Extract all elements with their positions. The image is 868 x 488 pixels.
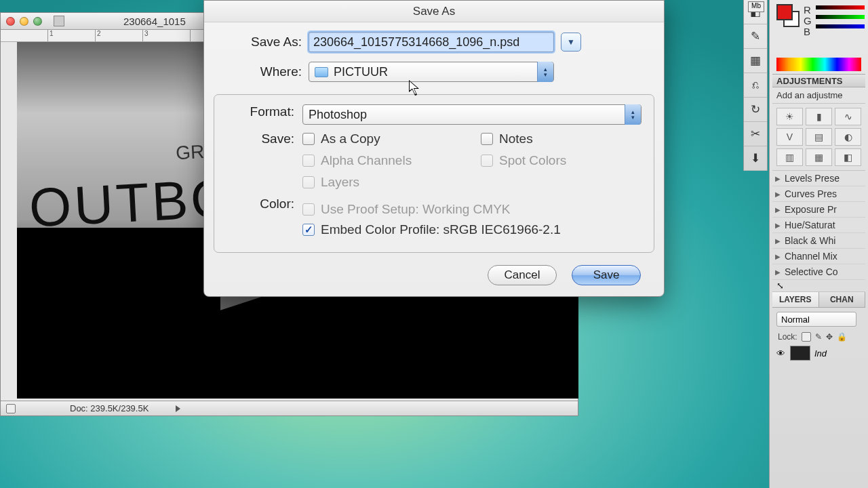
tab-layers[interactable]: LAYERS — [772, 292, 819, 307]
as-a-copy-checkbox[interactable]: As a Copy — [302, 131, 463, 146]
preset-mixer[interactable]: Channel Mix — [772, 249, 865, 264]
status-bar: Doc: 239.5K/239.5K — [1, 401, 578, 415]
options-well: Format: Photoshop Save: As a Copy Notes … — [214, 94, 654, 253]
minimize-icon[interactable] — [20, 17, 28, 26]
preset-curves[interactable]: Curves Pres — [772, 186, 865, 202]
filename-input[interactable] — [309, 32, 554, 52]
adjustment-bw-icon[interactable]: ◐ — [835, 128, 861, 146]
save-label: Save: — [221, 131, 302, 190]
adjustment-invert-icon[interactable]: ◧ — [835, 148, 861, 166]
r-label: R — [804, 4, 812, 15]
color-swatches[interactable] — [776, 4, 800, 27]
adjustment-exposure-icon[interactable]: V — [776, 128, 803, 146]
visibility-icon[interactable]: 👁 — [776, 348, 786, 359]
lock-brush-icon[interactable]: ✎ — [815, 332, 822, 342]
tab-channels[interactable]: CHAN — [819, 292, 866, 307]
format-popup[interactable]: Photoshop — [302, 104, 642, 125]
adjustments-subtitle: Add an adjustme — [772, 87, 865, 104]
foreground-swatch[interactable] — [776, 4, 793, 20]
adjustment-brightness-icon[interactable]: ☀ — [776, 108, 803, 125]
saveas-label: Save As: — [204, 35, 309, 49]
where-popup[interactable]: PICTUUR — [309, 62, 554, 82]
flyout-icon[interactable] — [176, 405, 180, 412]
adjustment-curves-icon[interactable]: ∿ — [835, 108, 861, 125]
history-icon[interactable]: ↻ — [744, 98, 767, 122]
layers-checkbox: Layers — [302, 175, 463, 190]
panel-icon-column: ◧ ✎ ▦ ⎌ ↻ ✂ ⬇ — [743, 0, 768, 171]
adjustments-header: ADJUSTMENTS — [772, 74, 865, 87]
r-slider[interactable] — [816, 5, 865, 9]
zoom-readout-icon[interactable] — [6, 404, 16, 413]
doc-size-readout: Doc: 239.5K/239.5K — [70, 403, 149, 413]
notes-checkbox[interactable]: Notes — [481, 131, 642, 146]
zoom-icon[interactable] — [33, 17, 42, 26]
color-panel: Mb R G B ADJUSTMENTS Add an adjustme ☀ ▮… — [769, 0, 868, 488]
updown-icon — [625, 104, 641, 125]
right-panels: ◧ ✎ ▦ ⎌ ↻ ✂ ⬇ Mb R G B ADJUSTMENTS Add a… — [749, 0, 868, 488]
doc-format-icon — [54, 16, 64, 26]
layer-thumbnail — [790, 346, 810, 361]
spectrum-picker[interactable] — [776, 58, 861, 71]
adjustment-hue-icon[interactable]: ▤ — [806, 128, 832, 146]
lock-label: Lock: — [778, 332, 797, 342]
download-icon[interactable]: ⬇ — [744, 146, 767, 171]
lock-all-icon[interactable]: 🔒 — [837, 332, 847, 342]
folder-icon — [315, 67, 328, 77]
spot-colors-checkbox: Spot Colors — [481, 153, 642, 168]
preset-bw[interactable]: Black & Whi — [772, 233, 865, 249]
g-label: G — [804, 15, 812, 26]
adjustment-levels-icon[interactable]: ▮ — [806, 108, 832, 125]
preset-selective[interactable]: Selective Co — [772, 264, 865, 280]
close-icon[interactable] — [6, 17, 15, 26]
color-label: Color: — [221, 197, 302, 237]
b-slider[interactable] — [816, 24, 865, 28]
adjustment-mixer-icon[interactable]: ▥ — [776, 148, 803, 166]
save-button[interactable]: Save — [572, 265, 641, 285]
adjustment-presets: Levels Prese Curves Pres Exposure Pr Hue… — [772, 171, 865, 280]
panel-expand-icon[interactable]: ⤡ — [776, 281, 784, 291]
blend-mode-select[interactable]: Normal — [776, 312, 856, 327]
mb-badge: Mb — [748, 1, 764, 12]
alpha-channels-checkbox: Alpha Channels — [302, 153, 463, 168]
preset-levels[interactable]: Levels Prese — [772, 171, 865, 186]
disclosure-button[interactable] — [561, 33, 581, 52]
g-slider[interactable] — [816, 15, 865, 19]
adjustment-selectivecolor-icon[interactable]: ▦ — [806, 148, 832, 166]
palette-icon[interactable]: ▦ — [744, 49, 767, 73]
save-as-dialog: Save As Save As: Where: PICTUUR Format: … — [203, 0, 665, 297]
brush-icon[interactable]: ✎ — [744, 24, 767, 49]
clone-icon[interactable]: ⎌ — [744, 73, 767, 98]
updown-icon — [537, 62, 553, 82]
where-value: PICTUUR — [334, 65, 388, 79]
tools-icon[interactable]: ✂ — [744, 122, 767, 146]
layer-name: Ind — [814, 348, 827, 359]
format-label: Format: — [221, 104, 302, 125]
lock-move-icon[interactable]: ✥ — [826, 332, 833, 342]
where-label: Where: — [204, 64, 309, 79]
embed-color-profile-checkbox[interactable]: Embed Color Profile: sRGB IEC61966-2.1 — [302, 222, 561, 237]
use-proof-setup-checkbox: Use Proof Setup: Working CMYK — [302, 202, 510, 217]
lock-pixels-icon[interactable] — [802, 332, 811, 342]
doc-title: 230664_1015 — [123, 16, 186, 27]
preset-hue[interactable]: Hue/Saturat — [772, 218, 865, 233]
preset-exposure[interactable]: Exposure Pr — [772, 202, 865, 218]
b-label: B — [804, 26, 812, 37]
layer-row[interactable]: 👁 Ind — [772, 343, 865, 363]
format-value: Photoshop — [309, 108, 367, 122]
cancel-button[interactable]: Cancel — [488, 265, 557, 285]
dialog-title: Save As — [204, 1, 664, 22]
